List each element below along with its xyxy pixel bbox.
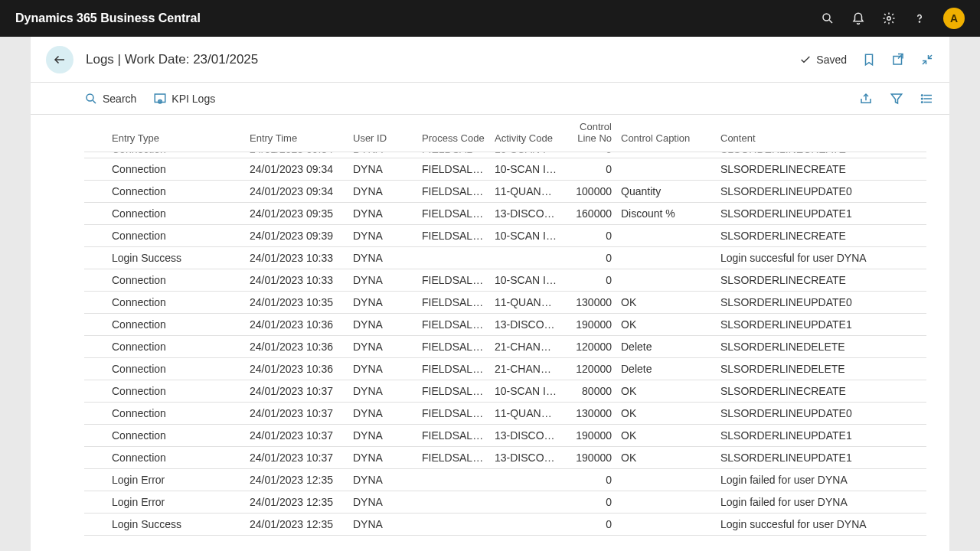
col-entry-type[interactable]: Entry Type	[107, 115, 245, 152]
list-view-icon[interactable]	[920, 92, 934, 106]
table-row[interactable]: Connection24/01/2023 10:36DYNAFIELDSALES…	[84, 336, 926, 358]
svg-point-7	[87, 94, 93, 101]
cell-entry-type: Connection	[107, 380, 245, 403]
app-title: Dynamics 365 Business Central	[15, 11, 201, 25]
table-row[interactable]: Connection24/01/2023 10:36DYNAFIELDSALES…	[84, 314, 926, 336]
col-user-id[interactable]: User ID	[348, 115, 417, 152]
cell-user-id: DYNA	[348, 358, 417, 380]
col-control-caption[interactable]: Control Caption	[616, 115, 716, 152]
table-row[interactable]: Connection24/01/2023 10:37DYNAFIELDSALES…	[84, 447, 926, 469]
cell-activity-code	[490, 514, 563, 536]
cell-entry-time: 24/01/2023 09:39	[245, 225, 348, 247]
table-row[interactable]: Connection24/01/2023 10:37DYNAFIELDSALES…	[84, 425, 926, 447]
cell-caption: OK	[616, 292, 716, 314]
col-activity-code[interactable]: Activity Code	[490, 115, 563, 152]
help-icon[interactable]	[913, 11, 926, 25]
cell-entry-time: 24/01/2023 10:37	[245, 403, 348, 425]
cell-process-code: FIELDSALES	[417, 336, 490, 358]
page-title: Logs | Work Date: 23/01/2025	[86, 52, 258, 67]
cell-activity-code: 13-DISCOU…	[490, 447, 563, 469]
table-row[interactable]: Connection24/01/2023 09:34DYNAFIELDSALES…	[84, 152, 926, 158]
table-row[interactable]: Connection24/01/2023 09:39DYNAFIELDSALES…	[84, 225, 926, 247]
table-row[interactable]: Connection24/01/2023 10:37DYNAFIELDSALES…	[84, 380, 926, 403]
table-row[interactable]: Login Success24/01/2023 10:33DYNA0Login …	[84, 247, 926, 269]
cell-line-no: 0	[563, 469, 616, 491]
cell-content: Login failed for user DYNA	[716, 491, 926, 514]
cell-process-code: FIELDSALES	[417, 425, 490, 447]
cell-process-code: FIELDSALES	[417, 314, 490, 336]
cell-caption: OK	[616, 403, 716, 425]
back-button[interactable]	[46, 46, 74, 73]
table-row[interactable]: Connection24/01/2023 09:34DYNAFIELDSALES…	[84, 181, 926, 203]
cell-content: SLSORDERLINEUPDATE0	[716, 292, 926, 314]
cell-entry-type: Login Success	[107, 247, 245, 269]
search-icon[interactable]	[821, 11, 835, 25]
table-row[interactable]: Login Success24/01/2023 12:35DYNA0Login …	[84, 514, 926, 536]
filter-icon[interactable]	[890, 92, 903, 106]
table-row[interactable]: Connection24/01/2023 10:33DYNAFIELDSALES…	[84, 269, 926, 292]
table-row[interactable]: Connection24/01/2023 09:35DYNAFIELDSALES…	[84, 203, 926, 225]
cell-caption: OK	[616, 425, 716, 447]
cell-line-no: 120000	[563, 336, 616, 358]
cell-user-id: DYNA	[348, 269, 417, 292]
cell-process-code: FIELDSALES	[417, 203, 490, 225]
cell-gutter	[84, 447, 107, 469]
cell-entry-type: Connection	[107, 425, 245, 447]
cell-entry-time: 24/01/2023 09:34	[245, 152, 348, 158]
kpi-logs-action[interactable]: KPI Logs	[153, 92, 215, 106]
settings-icon[interactable]	[882, 11, 896, 25]
cell-content: Login failed for user DYNA	[716, 469, 926, 491]
table-row[interactable]: Login Error24/01/2023 12:35DYNA0Login fa…	[84, 491, 926, 514]
table-row[interactable]: Login Error24/01/2023 12:35DYNA0Login fa…	[84, 469, 926, 491]
cell-process-code: FIELDSALES	[417, 269, 490, 292]
table-row[interactable]: Connection24/01/2023 10:37DYNAFIELDSALES…	[84, 403, 926, 425]
table-row[interactable]: Connection24/01/2023 10:36DYNAFIELDSALES…	[84, 358, 926, 380]
cell-gutter	[84, 152, 107, 158]
cell-entry-type: Connection	[107, 292, 245, 314]
cell-entry-type: Connection	[107, 269, 245, 292]
cell-line-no: 160000	[563, 203, 616, 225]
cell-line-no: 100000	[563, 181, 616, 203]
col-process-code[interactable]: Process Code	[417, 115, 490, 152]
col-entry-time[interactable]: Entry Time	[245, 115, 348, 152]
cell-entry-type: Connection	[107, 225, 245, 247]
cell-line-no: 120000	[563, 358, 616, 380]
cell-user-id: DYNA	[348, 225, 417, 247]
toolbar: Search KPI Logs	[31, 83, 949, 115]
col-control-line-no[interactable]: Control Line No	[563, 115, 616, 152]
cell-entry-time: 24/01/2023 09:34	[245, 181, 348, 203]
toolbar-right	[859, 92, 934, 106]
cell-entry-type: Login Success	[107, 514, 245, 536]
cell-gutter	[84, 514, 107, 536]
notification-icon[interactable]	[851, 11, 865, 25]
cell-entry-time: 24/01/2023 12:35	[245, 469, 348, 491]
col-content[interactable]: Content	[716, 115, 926, 152]
topbar-actions: A	[821, 8, 965, 29]
cell-process-code: FIELDSALES	[417, 447, 490, 469]
cell-line-no: 190000	[563, 447, 616, 469]
cell-content: SLSORDERLINECREATE	[716, 158, 926, 181]
cell-process-code	[417, 491, 490, 514]
cell-user-id: DYNA	[348, 403, 417, 425]
cell-entry-type: Connection	[107, 336, 245, 358]
table-row[interactable]: Connection24/01/2023 10:35DYNAFIELDSALES…	[84, 292, 926, 314]
search-label: Search	[103, 93, 136, 105]
svg-line-1	[829, 20, 832, 23]
table-row[interactable]: Connection24/01/2023 09:34DYNAFIELDSALES…	[84, 158, 926, 181]
cell-activity-code	[490, 247, 563, 269]
open-new-icon[interactable]	[891, 53, 905, 67]
cell-gutter	[84, 491, 107, 514]
saved-indicator: Saved	[799, 54, 847, 66]
cell-content: Login succesful for user DYNA	[716, 514, 926, 536]
avatar[interactable]: A	[943, 8, 965, 29]
collapse-icon[interactable]	[920, 53, 934, 67]
cell-gutter	[84, 292, 107, 314]
search-action[interactable]: Search	[84, 92, 136, 106]
share-icon[interactable]	[859, 92, 873, 106]
svg-point-18	[922, 101, 923, 103]
cell-gutter	[84, 269, 107, 292]
cell-process-code	[417, 514, 490, 536]
cell-content: Login succesful for user DYNA	[716, 247, 926, 269]
bookmark-icon[interactable]	[862, 53, 876, 67]
cell-entry-type: Connection	[107, 152, 245, 158]
